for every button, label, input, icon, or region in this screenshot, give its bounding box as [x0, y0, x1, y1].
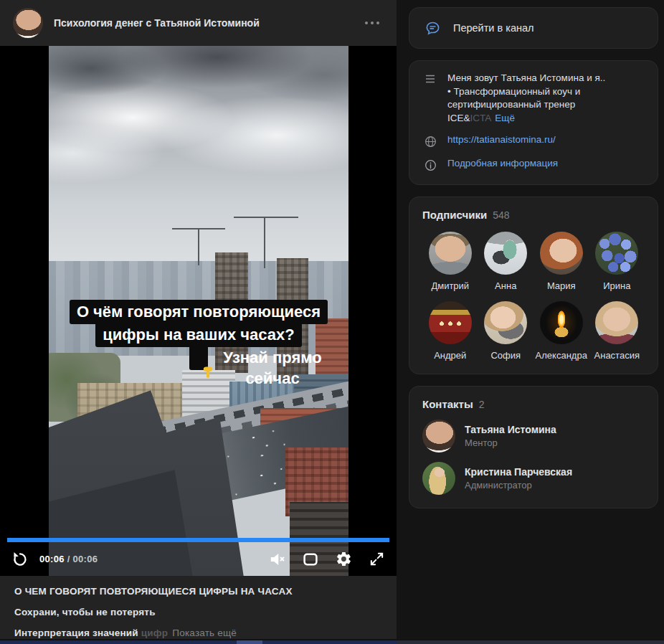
subscriber-name: Мария: [547, 280, 576, 291]
subscribers-title[interactable]: Подписчики: [422, 209, 487, 221]
contact-name: Татьяна Истомина: [465, 424, 556, 435]
replay-button[interactable]: [9, 549, 31, 570]
subscriber-avatar: [595, 232, 638, 275]
subscriber-item[interactable]: Анна: [484, 232, 527, 291]
fullscreen-icon[interactable]: [366, 549, 387, 570]
subscriber-item[interactable]: Мария: [540, 232, 583, 291]
subscriber-name: Анастасия: [594, 350, 640, 361]
subscriber-name: Анна: [495, 280, 516, 291]
go-to-channel-button[interactable]: Перейти в канал: [409, 7, 658, 49]
contacts-header: Контакты 2: [422, 398, 645, 410]
video-caption-overlay: О чём говорят повторяющиеся цифры на ваш…: [49, 301, 348, 370]
go-to-channel-label: Перейти в канал: [453, 22, 533, 34]
show-more-button[interactable]: Показать ещё: [172, 628, 237, 638]
more-options-icon[interactable]: [364, 17, 381, 29]
community-name[interactable]: Психология денег с Татьяной Истоминой: [54, 17, 260, 29]
caption-line: цифры на ваших часах?: [95, 323, 301, 347]
description-lines-icon: [422, 72, 438, 125]
subscriber-avatar: [484, 301, 527, 344]
about-faded-text: ICTA: [470, 113, 492, 123]
subscriber-item[interactable]: Дмитрий: [429, 232, 472, 291]
contact-avatar: [422, 462, 455, 495]
subscriber-item[interactable]: Ирина: [595, 232, 638, 291]
community-avatar[interactable]: [13, 8, 43, 38]
contact-role: Ментор: [465, 437, 556, 448]
post-header: Психология денег с Татьяной Истоминой: [0, 0, 397, 46]
video-player[interactable]: О чём говорят повторяющиеся цифры на ваш…: [0, 46, 397, 576]
next-post-progress-strip: [0, 640, 664, 644]
subscriber-name: Андрей: [434, 350, 466, 361]
next-post-progress-left: [0, 640, 397, 644]
about-description-text: Меня зовут Татьяна Истомина и я.. • Тран…: [447, 72, 645, 125]
picture-in-picture-icon[interactable]: [300, 549, 321, 570]
subscriber-name: Дмитрий: [431, 280, 469, 291]
caption-line: О чём говорят повторяющиеся: [70, 300, 328, 324]
subscribers-count: 548: [493, 209, 509, 221]
sidebar: Перейти в канал Меня зовут Татьяна Истом…: [409, 0, 658, 520]
duration: 00:06: [73, 554, 98, 564]
video-content[interactable]: О чём говорят повторяющиеся цифры на ваш…: [49, 46, 348, 576]
video-controls: 00:06 / 00:06: [0, 542, 397, 576]
website-link[interactable]: https://tatianaistomina.ru/: [447, 134, 556, 148]
video-time: 00:06 / 00:06: [39, 554, 98, 564]
post-description: О ЧЕМ ГОВОРЯТ ПОВТОРЯЮЩИЕСЯ ЦИФРЫ НА ЧАС…: [0, 576, 397, 639]
subscriber-name: Ирина: [603, 280, 630, 291]
subscriber-item[interactable]: Александра: [536, 301, 587, 361]
subscriber-avatar: [595, 301, 638, 344]
about-more-link[interactable]: Ещё: [495, 113, 515, 123]
video-controls-right: [267, 549, 387, 570]
contact-role: Администратор: [465, 480, 572, 491]
mute-icon[interactable]: [267, 549, 288, 570]
subscriber-avatar: [540, 301, 583, 344]
subscriber-item[interactable]: Анастасия: [594, 301, 640, 361]
post-title: О ЧЕМ ГОВОРЯТ ПОВТОРЯЮЩИЕСЯ ЦИФРЫ НА ЧАС…: [14, 585, 382, 597]
post-preview-line: Интерпретация значенийцифрПоказать ещё: [14, 627, 382, 639]
contacts-count: 2: [479, 399, 485, 410]
subscribers-grid: Дмитрий Анна Мария Ирина Андрей София: [422, 232, 645, 361]
contact-avatar: [422, 420, 455, 453]
globe-icon: [422, 134, 438, 148]
video-crane: [172, 228, 225, 229]
contact-item[interactable]: Кристина Парчевская Администратор: [422, 462, 645, 495]
subscriber-name: Александра: [536, 350, 587, 361]
next-post-progress-segment: [237, 640, 262, 644]
subscriber-avatar: [540, 232, 583, 275]
video-crane: [264, 217, 265, 268]
about-website-row: https://tatianaistomina.ru/: [422, 134, 645, 148]
post-preview-faded: цифр: [141, 628, 168, 638]
subscriber-avatar: [484, 232, 527, 275]
about-card: Меня зовут Татьяна Истомина и я.. • Тран…: [409, 60, 658, 185]
subscriber-item[interactable]: София: [484, 301, 527, 361]
contacts-title[interactable]: Контакты: [422, 398, 473, 410]
contact-name: Кристина Парчевская: [465, 466, 572, 478]
subscriber-avatar: [429, 301, 472, 344]
contact-item[interactable]: Татьяна Истомина Ментор: [422, 420, 645, 453]
subscriber-item[interactable]: Андрей: [429, 301, 472, 361]
about-description-row: Меня зовут Татьяна Истомина и я.. • Тран…: [422, 72, 645, 125]
video-crane: [198, 228, 199, 265]
post-column: Психология денег с Татьяной Истоминой: [0, 0, 397, 644]
current-time: 00:06: [39, 554, 65, 564]
video-crane: [234, 217, 298, 218]
contacts-card: Контакты 2 Татьяна Истомина Ментор Крист…: [409, 386, 658, 508]
subscribers-card: Подписчики 548 Дмитрий Анна Мария Ирина: [409, 196, 658, 374]
next-post-progress-right: [397, 640, 664, 644]
speech-bubble-icon: [425, 20, 441, 37]
subscriber-name: София: [490, 350, 521, 361]
about-details-row: Подробная информация: [422, 158, 645, 172]
settings-gear-icon[interactable]: [333, 549, 354, 570]
caption-line: Узнай прямо сейчас: [189, 346, 208, 370]
time-separator: /: [65, 554, 73, 564]
details-link[interactable]: Подробная информация: [447, 158, 558, 172]
post-subtitle: Сохрани, чтобы не потерять: [14, 606, 382, 618]
subscriber-avatar: [429, 232, 472, 275]
info-circle-icon: [422, 158, 438, 172]
subscribers-header: Подписчики 548: [422, 209, 645, 221]
